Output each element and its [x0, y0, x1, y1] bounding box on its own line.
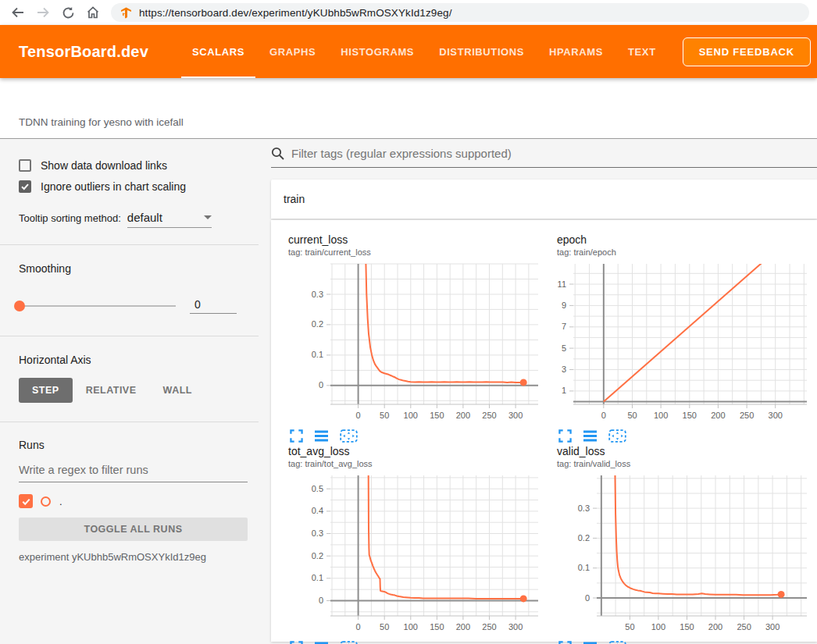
scalar-chart-card: tot_avg_loss tag: train/tot_avg_loss 050…: [279, 444, 548, 644]
send-feedback-button[interactable]: SEND FEEDBACK: [683, 37, 811, 66]
svg-text:0: 0: [601, 411, 606, 420]
svg-text:5: 5: [562, 343, 566, 353]
scalars-dashboard: Filter tags (regular expressions support…: [259, 139, 817, 644]
url-bar[interactable]: https://tensorboard.dev/experiment/yKUbh…: [111, 3, 809, 22]
svg-text:0: 0: [356, 411, 361, 420]
haxis-wall-button[interactable]: WALL: [150, 378, 205, 403]
haxis-step-button[interactable]: STEP: [19, 378, 73, 403]
svg-text:0.2: 0.2: [312, 319, 323, 329]
smoothing-label: Smoothing: [19, 262, 248, 275]
experiment-title-bar: TDNN training for yesno with icefall: [0, 78, 817, 139]
app-header: TensorBoard.dev SCALARS GRAPHS HISTOGRAM…: [0, 25, 817, 78]
svg-text:0.3: 0.3: [578, 503, 590, 513]
svg-text:0.3: 0.3: [312, 528, 323, 538]
search-icon: [271, 147, 284, 160]
chart-tag: tag: train/epoch: [557, 247, 816, 258]
url-text: https://tensorboard.dev/experiment/yKUbh…: [139, 7, 452, 19]
app-logo: TensorBoard.dev: [19, 43, 148, 61]
svg-text:0: 0: [585, 593, 590, 603]
svg-text:300: 300: [765, 622, 780, 632]
chart-actions: [558, 641, 816, 644]
svg-text:11: 11: [558, 279, 566, 289]
tooltip-sorting-dropdown[interactable]: default: [127, 211, 212, 228]
forward-icon[interactable]: [33, 2, 53, 23]
settings-sidebar: Show data download links Ignore outliers…: [0, 139, 259, 644]
svg-text:50: 50: [380, 622, 389, 632]
scalar-chart-card: valid_loss tag: train/valid_loss 5010015…: [548, 444, 816, 644]
ignore-outliers-checkbox-row[interactable]: Ignore outliers in chart scaling: [19, 180, 248, 193]
chart-tag: tag: train/valid_loss: [557, 458, 816, 469]
tooltip-sorting-value: default: [127, 211, 162, 224]
chart-title: tot_avg_loss: [288, 444, 548, 458]
svg-text:150: 150: [680, 622, 694, 632]
chart-tag: tag: train/current_loss: [288, 247, 548, 258]
chart-grid: current_loss tag: train/current_loss 050…: [279, 233, 817, 644]
expand-card-icon[interactable]: [558, 429, 572, 443]
svg-text:0.2: 0.2: [578, 533, 590, 543]
experiment-id-line: experiment yKUbhb5wRmOSXYkId1z9eg: [19, 551, 248, 563]
tag-filter-input[interactable]: Filter tags (regular expressions support…: [271, 147, 817, 168]
svg-text:300: 300: [769, 411, 783, 420]
expand-card-icon[interactable]: [290, 641, 303, 644]
tab-graphs[interactable]: GRAPHS: [257, 25, 328, 78]
horizontal-axis-toggle-group: STEP RELATIVE WALL: [19, 378, 248, 403]
ignore-outliers-label: Ignore outliers in chart scaling: [41, 180, 186, 193]
fit-domain-to-data-icon[interactable]: [608, 641, 626, 644]
home-icon[interactable]: [83, 2, 103, 23]
svg-text:0: 0: [356, 622, 361, 632]
svg-text:0: 0: [319, 380, 323, 390]
log-scale-icon[interactable]: [583, 641, 598, 644]
svg-text:300: 300: [508, 622, 523, 632]
chevron-down-icon: [204, 215, 212, 219]
svg-text:150: 150: [430, 411, 444, 420]
runs-filter-input[interactable]: Write a regex to filter runs: [19, 464, 248, 482]
svg-text:250: 250: [737, 622, 751, 632]
toggle-all-runs-button[interactable]: TOGGLE ALL RUNS: [19, 518, 248, 541]
svg-text:0.1: 0.1: [312, 350, 323, 359]
smoothing-value-field[interactable]: 0: [190, 298, 237, 314]
tensorboard-favicon: [120, 7, 132, 19]
checkbox-checked-icon[interactable]: [19, 180, 31, 193]
svg-text:3: 3: [562, 365, 566, 374]
chart-actions: [290, 429, 548, 443]
fit-domain-to-data-icon[interactable]: [340, 641, 358, 644]
show-download-links-checkbox-row[interactable]: Show data download links: [19, 159, 248, 172]
scalar-line-chart[interactable]: 5010015020025030000.10.20.3: [548, 472, 812, 640]
log-scale-icon[interactable]: [314, 641, 329, 644]
reload-icon[interactable]: [58, 2, 78, 23]
tab-bar: SCALARS GRAPHS HISTOGRAMS DISTRIBUTIONS …: [180, 25, 669, 78]
run-checkbox-checked-icon[interactable]: [19, 494, 33, 508]
log-scale-icon[interactable]: [583, 429, 598, 443]
chart-tag: tag: train/tot_avg_loss: [288, 458, 548, 469]
fit-domain-to-data-icon[interactable]: [608, 429, 626, 443]
run-color-swatch: [41, 496, 51, 507]
fit-domain-to-data-icon[interactable]: [340, 429, 358, 443]
tab-hparams[interactable]: HPARAMS: [537, 25, 615, 78]
haxis-relative-button[interactable]: RELATIVE: [73, 378, 150, 403]
smoothing-slider-thumb[interactable]: [14, 301, 25, 311]
svg-text:0: 0: [319, 596, 323, 605]
scalar-chart-card: current_loss tag: train/current_loss 050…: [279, 233, 548, 443]
svg-text:50: 50: [627, 411, 637, 420]
tab-histograms[interactable]: HISTOGRAMS: [328, 25, 426, 78]
scalar-line-chart[interactable]: 05010015020025030000.10.20.30.40.5: [279, 472, 543, 640]
expand-card-icon[interactable]: [558, 641, 572, 644]
expand-card-icon[interactable]: [290, 429, 303, 443]
horizontal-axis-label: Horizontal Axis: [19, 354, 248, 366]
section-header-train[interactable]: train: [271, 180, 817, 219]
smoothing-slider[interactable]: [19, 305, 176, 307]
checkbox-unchecked-icon[interactable]: [19, 159, 31, 172]
svg-text:100: 100: [654, 411, 668, 420]
chart-title: epoch: [557, 233, 816, 247]
back-icon[interactable]: [8, 2, 28, 23]
scalar-line-chart[interactable]: 0501001502002503001357911: [548, 261, 812, 429]
svg-text:200: 200: [708, 622, 722, 632]
svg-text:250: 250: [740, 411, 754, 420]
scalar-chart-card: epoch tag: train/epoch 05010015020025030…: [548, 233, 816, 443]
tab-scalars[interactable]: SCALARS: [180, 25, 257, 78]
tooltip-sorting-label: Tooltip sorting method:: [19, 212, 121, 224]
log-scale-icon[interactable]: [314, 429, 329, 443]
tab-text[interactable]: TEXT: [615, 25, 669, 78]
tab-distributions[interactable]: DISTRIBUTIONS: [426, 25, 537, 78]
scalar-line-chart[interactable]: 05010015020025030000.10.20.3: [279, 261, 543, 429]
